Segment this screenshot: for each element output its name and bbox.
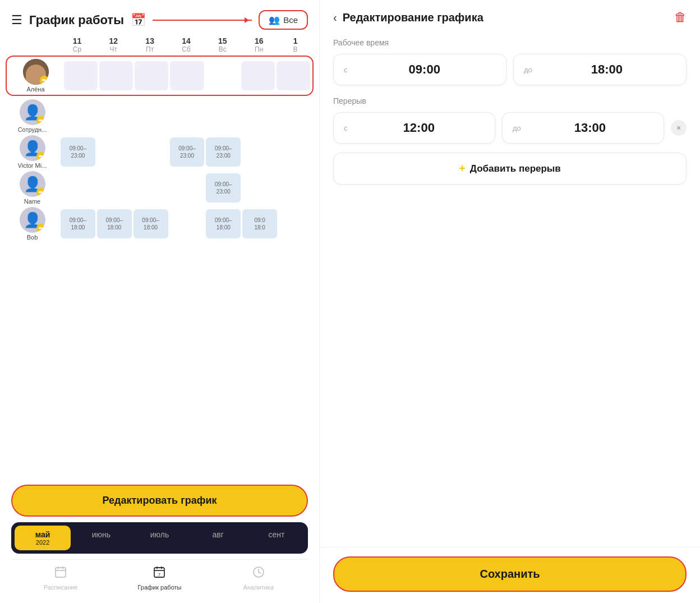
month-tab-july[interactable]: июль: [131, 526, 187, 550]
day-header-5: 16 Пн: [241, 36, 277, 53]
sotrudn-cell-5[interactable]: [242, 102, 277, 131]
employee-row-sotrudn[interactable]: 👤 ✏ Сотрудн...: [6, 99, 314, 133]
victor-cell-2[interactable]: [133, 137, 168, 167]
plus-icon: +: [459, 162, 466, 175]
filter-button[interactable]: 👥 Все: [259, 10, 308, 30]
alena-name: Алёна: [26, 86, 44, 93]
employee-row-alena[interactable]: ✏ Алёна: [6, 56, 314, 96]
bottom-nav: Расписание 7 График работы: [11, 559, 308, 594]
victor-cell-1[interactable]: [97, 137, 132, 167]
victor-name: Victor Mi...: [18, 162, 47, 169]
alena-info[interactable]: ✏ Алёна: [9, 59, 62, 93]
sotrudn-cell-0[interactable]: [61, 102, 95, 131]
bob-cell-4[interactable]: 09:00–18:00: [206, 209, 241, 238]
nav-schedule[interactable]: Расписание: [11, 565, 110, 591]
name-cell-4[interactable]: 09:00–23:00: [206, 173, 241, 202]
name-cell-6[interactable]: [279, 173, 314, 202]
bottom-section: Редактировать график май 2022 июнь июль …: [0, 476, 319, 603]
right-footer: Сохранить: [320, 547, 700, 603]
bob-cell-1[interactable]: 09:00–18:00: [97, 209, 132, 238]
avatar-badge-3: ✏: [36, 152, 45, 161]
back-button[interactable]: ‹: [333, 11, 337, 24]
work-end-value[interactable]: 18:00: [538, 62, 676, 77]
alena-row: ✏ Алёна: [9, 59, 310, 93]
bob-cell-6[interactable]: [279, 209, 314, 238]
alena-cell-1[interactable]: [99, 61, 133, 90]
nav-workschedule-label: График работы: [137, 584, 181, 591]
victor-row: 👤 ✏ Victor Mi... 09:00–23:00 09:00–23:00…: [6, 135, 314, 169]
year-label: 2022: [17, 539, 68, 546]
bob-cell-0[interactable]: 09:00–18:00: [61, 209, 95, 238]
arrow-indicator: [153, 20, 252, 21]
nav-workschedule[interactable]: 7 График работы: [110, 565, 209, 591]
delete-button[interactable]: 🗑: [674, 10, 687, 25]
break-start-value[interactable]: 12:00: [353, 121, 485, 135]
name-cell-2[interactable]: [133, 173, 168, 202]
sotrudn-info[interactable]: 👤 ✏ Сотрудн...: [6, 99, 59, 133]
month-tab-june[interactable]: июнь: [73, 526, 129, 550]
calendar-icon[interactable]: 📅: [131, 13, 146, 27]
bob-row: 👤 ✏ Bob 09:00–18:00 09:00–18:00 09:00–18…: [6, 207, 314, 241]
bob-cell-2[interactable]: 09:00–18:00: [133, 209, 168, 238]
add-break-button[interactable]: + Добавить перерыв: [333, 153, 687, 185]
day-header-1: 12 Чт: [95, 36, 132, 53]
left-panel: ☰ График работы 📅 👥 Все 11 Ср 12 Чт 13 П: [0, 0, 320, 603]
name-cell-0[interactable]: [61, 173, 95, 202]
work-time-label: Рабочее время: [333, 38, 687, 47]
month-tab-sept[interactable]: сент: [248, 526, 305, 550]
work-start-field[interactable]: с 09:00: [333, 54, 506, 85]
nav-analytics-label: Аналитика: [243, 584, 274, 591]
sotrudn-cell-4[interactable]: [206, 102, 241, 131]
break-end-value[interactable]: 13:00: [527, 121, 653, 135]
workschedule-icon: 7: [153, 565, 166, 582]
break-label: Перерыв: [333, 96, 687, 105]
sotrudn-cell-6[interactable]: [279, 102, 314, 131]
header: ☰ График работы 📅 👥 Все: [0, 0, 319, 36]
name-cell-3[interactable]: [170, 173, 205, 202]
bob-cell-5[interactable]: 09:018:0: [242, 209, 277, 238]
employee-row-name[interactable]: 👤 ✏ Name 09:00–23:00: [6, 171, 314, 205]
sotrudn-cell-1[interactable]: [97, 102, 132, 131]
calendar-section: 11 Ср 12 Чт 13 Пт 14 Сб 15 Вс 16 Пн: [0, 36, 319, 476]
svg-rect-0: [56, 568, 66, 577]
name-cell-1[interactable]: [97, 173, 132, 202]
day-header-4: 15 Вс: [204, 36, 241, 53]
break-start-field[interactable]: с 12:00: [333, 112, 495, 144]
alena-cell-0[interactable]: [64, 61, 98, 90]
name-info[interactable]: 👤 ✏ Name: [6, 171, 59, 205]
right-content: Рабочее время с 09:00 до 18:00 Перерыв с…: [320, 33, 700, 547]
alena-cell-2[interactable]: [135, 61, 168, 90]
victor-info[interactable]: 👤 ✏ Victor Mi...: [6, 135, 59, 169]
victor-cell-6[interactable]: [279, 137, 314, 167]
employee-row-bob[interactable]: 👤 ✏ Bob 09:00–18:00 09:00–18:00 09:00–18…: [6, 207, 314, 241]
sotrudn-cell-3[interactable]: [170, 102, 205, 131]
alena-cell-5[interactable]: [241, 61, 275, 90]
break-end-field[interactable]: до 13:00: [502, 112, 664, 144]
work-start-value[interactable]: 09:00: [353, 62, 496, 77]
bob-cell-3[interactable]: [170, 209, 205, 238]
remove-break-button[interactable]: ×: [671, 120, 687, 136]
analytics-icon: [252, 565, 265, 582]
month-tab-aug[interactable]: авг: [190, 526, 246, 550]
sotrudn-cell-2[interactable]: [133, 102, 168, 131]
employee-row-victor[interactable]: 👤 ✏ Victor Mi... 09:00–23:00 09:00–23:00…: [6, 135, 314, 169]
menu-icon[interactable]: ☰: [11, 13, 22, 27]
work-end-field[interactable]: до 18:00: [513, 54, 687, 85]
victor-cell-4[interactable]: 09:00–23:00: [206, 137, 241, 167]
bob-info[interactable]: 👤 ✏ Bob: [6, 207, 59, 241]
edit-schedule-button[interactable]: Редактировать график: [11, 485, 308, 517]
victor-cell-5[interactable]: [242, 137, 277, 167]
victor-cell-3[interactable]: 09:00–23:00: [170, 137, 205, 167]
name-cell-5[interactable]: [242, 173, 277, 202]
nav-analytics[interactable]: Аналитика: [209, 565, 308, 591]
save-button[interactable]: Сохранить: [333, 556, 687, 592]
sotrudn-avatar: 👤 ✏: [20, 99, 45, 125]
alena-cell-6[interactable]: [277, 61, 310, 90]
to-label: до: [524, 66, 532, 74]
alena-cell-4[interactable]: [206, 61, 240, 90]
bob-name: Bob: [27, 234, 38, 241]
alena-cell-3[interactable]: [170, 61, 204, 90]
victor-cell-0[interactable]: 09:00–23:00: [61, 137, 95, 167]
month-tabs: май 2022 июнь июль авг сент: [11, 522, 308, 554]
month-tab-may[interactable]: май 2022: [15, 526, 71, 550]
